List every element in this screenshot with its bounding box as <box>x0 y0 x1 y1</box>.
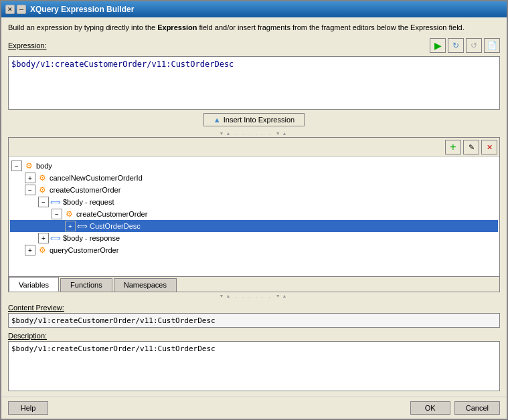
title-bar: ✕ ─ XQuery Expression Builder <box>1 1 507 17</box>
play-icon: ▶ <box>434 40 442 51</box>
divider-dots-bottom: ▼▲ . . . . . . ▼▲ <box>8 292 500 300</box>
back-icon: ↺ <box>471 41 477 50</box>
tree-toolbar: + ✎ ✕ <box>9 138 499 157</box>
refresh-button[interactable]: ↻ <box>448 38 464 53</box>
tree-expand-cancel[interactable]: + <box>25 173 35 183</box>
tree-expand-body-req[interactable]: − <box>38 197 49 207</box>
desc-text2: Expression <box>157 23 197 31</box>
tree-item-label: CustOrderDesc <box>90 222 141 230</box>
doc-icon: 📄 <box>487 41 497 50</box>
tree-expand-query[interactable]: + <box>25 245 35 255</box>
expression-input[interactable]: $body/v1:createCustomerOrder/v11:CustOrd… <box>8 56 500 110</box>
tree-item[interactable]: + ⟺ CustOrderDesc <box>10 220 498 232</box>
variable-icon: ⟺ <box>50 233 61 243</box>
expression-toolbar: ▶ ↻ ↺ 📄 <box>430 38 500 53</box>
insert-btn-label: Insert Into Expression <box>224 116 294 124</box>
description-textarea: $body/v1:createCustomerOrder/v11:CustOrd… <box>8 341 500 391</box>
content-preview-label: Content Preview: <box>8 304 500 312</box>
minimize-button[interactable]: ─ <box>17 5 26 14</box>
gear-icon: ⚙ <box>37 245 48 255</box>
variable-icon: ⟺ <box>50 197 61 207</box>
gear-icon: ⚙ <box>37 173 48 183</box>
close-button[interactable]: ✕ <box>5 5 15 14</box>
insert-btn-row: ▲ Insert Into Expression <box>8 110 500 130</box>
tab-functions[interactable]: Functions <box>60 278 112 292</box>
tree-item-label: queryCustomerOrder <box>50 246 118 254</box>
content-preview-section: Content Preview: Description: $body/v1:c… <box>8 300 500 391</box>
tree-item-label: body <box>36 162 52 170</box>
ok-button[interactable]: OK <box>410 401 450 415</box>
doc-button[interactable]: 📄 <box>484 38 500 53</box>
tab-variables[interactable]: Variables <box>9 277 59 292</box>
description-text: Build an expression by typing directly i… <box>8 23 500 33</box>
tree-expand-body-resp[interactable]: + <box>38 233 49 243</box>
refresh-icon: ↻ <box>452 41 459 50</box>
cancel-button[interactable]: Cancel <box>454 401 500 415</box>
tree-item[interactable]: − ⚙ createCustomerOrder <box>10 184 498 196</box>
insert-into-expression-button[interactable]: ▲ Insert Into Expression <box>203 113 305 126</box>
tree-item[interactable]: + ⚙ cancelNewCustomerOrderId <box>10 172 498 184</box>
window-body: Build an expression by typing directly i… <box>1 17 507 397</box>
title-bar-controls: ✕ ─ <box>5 5 26 14</box>
tree-section-outer: + ✎ ✕ − ⚙ body <box>8 137 500 292</box>
desc-text1: Build an expression by typing directly i… <box>8 23 155 31</box>
tree-item-label: $body - request <box>63 198 114 206</box>
gear-icon: ⚙ <box>64 209 74 219</box>
tab-namespaces[interactable]: Namespaces <box>114 278 177 292</box>
tree-item[interactable]: − ⚙ createCustomerOrder <box>10 208 498 220</box>
description-label: Description: <box>8 332 500 340</box>
tree-tabs-wrapper: + ✎ ✕ − ⚙ body <box>8 137 500 292</box>
edit-icon: ✎ <box>469 143 475 152</box>
edit-node-button[interactable]: ✎ <box>463 140 479 154</box>
window-title: XQuery Expression Builder <box>30 5 503 14</box>
run-button[interactable]: ▶ <box>430 38 446 53</box>
delete-node-button[interactable]: ✕ <box>481 140 497 154</box>
divider-dots-top: ▼▲ . . . . . . ▼▲ <box>8 130 500 137</box>
tree-content[interactable]: − ⚙ body + ⚙ cancelNewCustomerOrderId <box>9 157 499 276</box>
expression-label: Expression: <box>8 41 46 49</box>
back-button[interactable]: ↺ <box>466 38 482 53</box>
tree-item-label: createCustomerOrder <box>76 210 147 218</box>
tree-item[interactable]: + ⟺ $body - response <box>10 232 498 244</box>
tree-expand-create2[interactable]: − <box>52 209 62 219</box>
help-button[interactable]: Help <box>8 401 48 415</box>
xquery-expression-builder-window: ✕ ─ XQuery Expression Builder Build an e… <box>0 0 508 420</box>
variable-icon: ⟺ <box>77 221 88 231</box>
up-arrow-icon: ▲ <box>214 116 221 124</box>
tree-item-label: cancelNewCustomerOrderId <box>50 174 143 182</box>
gear-icon: ⚙ <box>37 185 48 195</box>
tree-item[interactable]: + ⚙ queryCustomerOrder <box>10 244 498 256</box>
desc-text3: field and/or insert fragments from the f… <box>199 23 464 31</box>
tree-expand-create[interactable]: − <box>25 185 35 195</box>
gear-icon: ⚙ <box>23 161 34 171</box>
tree-item-label: createCustomerOrder <box>50 186 120 194</box>
tabs-row: Variables Functions Namespaces <box>9 276 499 292</box>
content-preview-input[interactable] <box>8 313 500 328</box>
tree-item[interactable]: − ⚙ body <box>10 160 498 172</box>
footer: Help OK Cancel <box>1 397 507 419</box>
footer-right: OK Cancel <box>410 401 500 415</box>
tree-expand-body[interactable]: − <box>11 161 22 171</box>
tree-expand-cust[interactable]: + <box>65 221 76 231</box>
tree-item[interactable]: − ⟺ $body - request <box>10 196 498 208</box>
tree-item-label: $body - response <box>63 234 120 242</box>
add-node-button[interactable]: + <box>445 140 461 154</box>
